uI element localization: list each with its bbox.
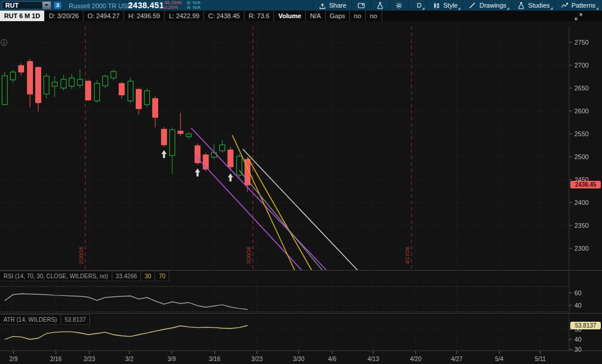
candle-2/26[interactable] bbox=[111, 72, 116, 78]
candle-3/17[interactable] bbox=[220, 145, 225, 151]
up-arrow-marker[interactable] bbox=[195, 168, 200, 177]
ask-value: A: N/A bbox=[187, 5, 200, 10]
studies-button[interactable]: Studies bbox=[511, 0, 555, 11]
status-cell-6: R: 73.6 bbox=[245, 11, 274, 21]
share-icon bbox=[319, 2, 326, 9]
candle-3/4[interactable] bbox=[145, 91, 150, 105]
candle-2/12[interactable] bbox=[36, 68, 41, 103]
candle-2/18[interactable] bbox=[61, 79, 66, 88]
up-arrow-marker[interactable] bbox=[228, 174, 233, 182]
status-cell-8[interactable]: N/A bbox=[306, 11, 325, 21]
bid-ask: B: N/A A: N/A bbox=[187, 1, 200, 10]
status-cell-9[interactable]: Gaps bbox=[326, 11, 350, 21]
thinkorswim-chart-window: RUT 3 Russell 2000 TR USD 2438.451 -56.2… bbox=[0, 0, 602, 364]
candle-2/23[interactable] bbox=[86, 81, 91, 100]
analyze-button[interactable] bbox=[370, 0, 389, 11]
candle-2/11[interactable] bbox=[28, 62, 33, 94]
header-bar: RUT 3 Russell 2000 TR USD 2438.451 -56.2… bbox=[0, 0, 602, 11]
status-cell-4: L: 2422.99 bbox=[165, 11, 204, 21]
trendline-yellow[interactable] bbox=[248, 157, 312, 270]
link-badge[interactable]: 3 bbox=[54, 2, 61, 9]
candle-3/10[interactable] bbox=[178, 131, 183, 133]
candle-3/6[interactable] bbox=[162, 129, 167, 145]
atr-line bbox=[5, 326, 248, 340]
chevron-down-icon bbox=[45, 4, 48, 6]
candle-2/20[interactable] bbox=[78, 79, 83, 85]
candle-2/17[interactable] bbox=[52, 82, 58, 86]
candle-3/9[interactable] bbox=[170, 130, 175, 156]
candle-2/24[interactable] bbox=[95, 83, 100, 101]
patterns-button[interactable]: Patterns bbox=[555, 0, 601, 11]
gear-icon bbox=[395, 2, 403, 9]
candle-3/11[interactable] bbox=[186, 134, 192, 137]
chart-note-button[interactable] bbox=[352, 0, 370, 11]
toolbar-label: Patterns bbox=[571, 2, 596, 9]
ohlc-status-bar: RUT 6 M 1DD: 3/20/26O: 2494.27H: 2496.59… bbox=[0, 11, 602, 21]
chart-area[interactable]: 2750270026502600255025002450240023502300… bbox=[0, 21, 602, 364]
status-cell-10[interactable]: no bbox=[350, 11, 366, 21]
drawings-button[interactable]: Drawings bbox=[463, 0, 511, 11]
status-cell-2: O: 2494.27 bbox=[83, 11, 124, 21]
toolbar-label: D bbox=[417, 2, 422, 9]
chart-svg bbox=[0, 21, 602, 364]
waves-icon bbox=[561, 2, 568, 9]
candle-2/25[interactable] bbox=[103, 76, 108, 86]
toolbar-label: Drawings bbox=[479, 2, 506, 9]
status-cell-0: RUT 6 M 1D bbox=[0, 11, 45, 21]
toolbar-label: Studies bbox=[528, 2, 550, 9]
candle-2/27[interactable] bbox=[119, 83, 125, 95]
note-icon bbox=[357, 2, 365, 9]
candle-2/6[interactable] bbox=[2, 76, 8, 105]
change-percent: -2.26% bbox=[163, 5, 182, 10]
symbol-input[interactable]: RUT bbox=[2, 1, 51, 9]
share-button[interactable]: Share bbox=[313, 0, 352, 11]
trendline-yellow[interactable] bbox=[232, 135, 295, 270]
toolbar-label: Share bbox=[329, 2, 346, 9]
symbol-value: RUT bbox=[2, 2, 19, 9]
candle-icon bbox=[433, 2, 440, 9]
symbol-description: Russell 2000 TR USD bbox=[69, 2, 132, 9]
trendline-purple[interactable] bbox=[191, 128, 326, 270]
candle-2/10[interactable] bbox=[19, 66, 24, 72]
candle-3/18[interactable] bbox=[228, 150, 233, 167]
toolbar-label: Style bbox=[443, 2, 457, 9]
candle-3/2[interactable] bbox=[128, 81, 133, 101]
price-change: -56.2595 -2.26% bbox=[163, 1, 182, 10]
candle-3/5[interactable] bbox=[153, 99, 158, 117]
last-price: 2438.451 bbox=[128, 1, 164, 10]
trendline-white[interactable] bbox=[243, 149, 357, 270]
candle-3/3[interactable] bbox=[136, 89, 142, 109]
candle-2/13[interactable] bbox=[44, 76, 49, 94]
slash-icon bbox=[469, 2, 476, 9]
symbol-dropdown-button[interactable] bbox=[42, 2, 51, 9]
candle-2/19[interactable] bbox=[69, 78, 75, 86]
timeframe-button[interactable]: D bbox=[408, 0, 427, 11]
candle-2/9[interactable] bbox=[11, 72, 16, 80]
status-cell-11[interactable]: no bbox=[366, 11, 382, 21]
rsi-line bbox=[5, 294, 248, 309]
status-cell-7[interactable]: Volume bbox=[274, 11, 306, 21]
up-arrow-marker[interactable] bbox=[162, 150, 167, 159]
status-cell-1: D: 3/20/26 bbox=[45, 11, 83, 21]
chart-settings-button[interactable] bbox=[389, 0, 408, 11]
chart-toolbar: ShareDStyleDrawingsStudiesPatterns bbox=[313, 0, 601, 11]
status-cell-5: C: 2438.45 bbox=[204, 11, 245, 21]
style-button[interactable]: Style bbox=[427, 0, 463, 11]
status-cell-3: H: 2496.59 bbox=[124, 11, 165, 21]
flask-icon bbox=[517, 2, 525, 9]
flask-icon bbox=[376, 2, 384, 9]
